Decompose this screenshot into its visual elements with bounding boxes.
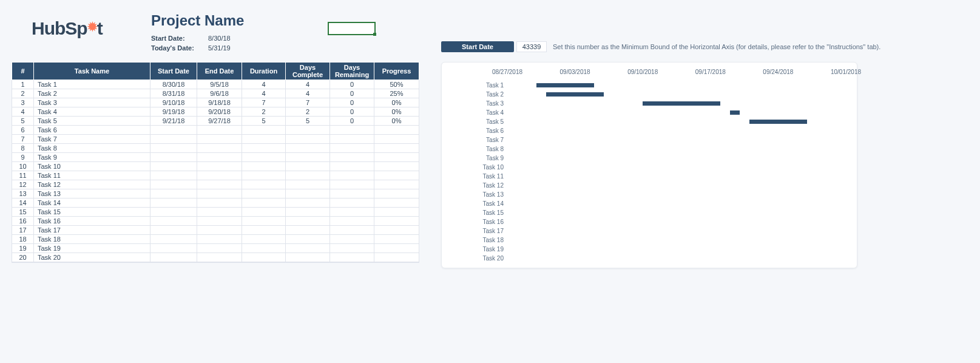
table-cell[interactable] (286, 217, 330, 226)
table-cell[interactable] (242, 244, 286, 253)
table-cell[interactable] (197, 253, 242, 262)
table-cell[interactable] (150, 208, 197, 217)
table-row[interactable]: 5Task 59/21/189/27/185500% (12, 117, 419, 126)
table-cell[interactable]: 7 (286, 98, 330, 107)
table-cell[interactable]: 16 (12, 217, 34, 226)
table-cell[interactable] (242, 162, 286, 171)
table-cell[interactable]: Task 6 (34, 126, 150, 135)
table-cell[interactable] (197, 217, 242, 226)
table-cell[interactable]: 8/30/18 (150, 80, 197, 89)
table-cell[interactable]: 4 (286, 80, 330, 89)
table-cell[interactable]: Task 12 (34, 180, 150, 189)
table-row[interactable]: 3Task 39/10/189/18/187700% (12, 98, 419, 107)
table-cell[interactable]: Task 3 (34, 98, 150, 107)
table-cell[interactable] (286, 135, 330, 144)
table-cell[interactable]: 0 (330, 80, 374, 89)
table-cell[interactable] (374, 253, 419, 262)
table-row[interactable]: 16Task 16 (12, 217, 419, 226)
table-cell[interactable] (242, 144, 286, 153)
table-cell[interactable] (330, 217, 374, 226)
table-cell[interactable] (374, 217, 419, 226)
table-cell[interactable] (330, 180, 374, 189)
table-cell[interactable] (242, 208, 286, 217)
table-cell[interactable]: 2 (12, 89, 34, 98)
table-cell[interactable]: Task 7 (34, 135, 150, 144)
table-cell[interactable] (197, 208, 242, 217)
table-cell[interactable]: Task 17 (34, 226, 150, 235)
table-cell[interactable]: 0 (330, 89, 374, 98)
table-cell[interactable]: Task 18 (34, 235, 150, 244)
table-cell[interactable]: 0% (374, 107, 419, 117)
table-cell[interactable]: 9/20/18 (197, 107, 242, 117)
table-row[interactable]: 4Task 49/19/189/20/182200% (12, 107, 419, 117)
table-cell[interactable] (330, 198, 374, 208)
table-cell[interactable] (242, 226, 286, 235)
table-cell[interactable]: 9/21/18 (150, 117, 197, 126)
table-cell[interactable] (242, 135, 286, 144)
table-cell[interactable]: 0% (374, 117, 419, 126)
table-cell[interactable] (150, 244, 197, 253)
table-cell[interactable]: Task 8 (34, 144, 150, 153)
table-cell[interactable] (330, 162, 374, 171)
table-row[interactable]: 11Task 11 (12, 171, 419, 180)
table-cell[interactable]: 8/31/18 (150, 89, 197, 98)
table-cell[interactable] (330, 226, 374, 235)
table-cell[interactable] (150, 162, 197, 171)
table-cell[interactable] (150, 253, 197, 262)
table-cell[interactable] (197, 153, 242, 162)
table-cell[interactable]: 9/18/18 (197, 98, 242, 107)
table-cell[interactable]: 7 (242, 98, 286, 107)
table-cell[interactable]: 17 (12, 226, 34, 235)
table-cell[interactable] (374, 189, 419, 198)
table-cell[interactable] (242, 153, 286, 162)
table-cell[interactable] (374, 180, 419, 189)
selected-cell[interactable] (328, 22, 376, 35)
table-cell[interactable]: 4 (286, 89, 330, 98)
table-cell[interactable] (197, 126, 242, 135)
table-cell[interactable] (242, 189, 286, 198)
table-cell[interactable]: 5 (242, 117, 286, 126)
table-cell[interactable] (286, 153, 330, 162)
table-cell[interactable] (286, 162, 330, 171)
table-cell[interactable]: 5 (286, 117, 330, 126)
table-cell[interactable] (286, 208, 330, 217)
table-cell[interactable]: Task 5 (34, 117, 150, 126)
table-cell[interactable] (286, 253, 330, 262)
table-cell[interactable]: Task 13 (34, 189, 150, 198)
table-row[interactable]: 8Task 8 (12, 144, 419, 153)
table-cell[interactable]: 9/19/18 (150, 107, 197, 117)
table-cell[interactable] (286, 235, 330, 244)
table-cell[interactable] (197, 171, 242, 180)
table-cell[interactable] (286, 180, 330, 189)
table-cell[interactable]: 2 (286, 107, 330, 117)
table-cell[interactable] (374, 171, 419, 180)
table-cell[interactable] (374, 135, 419, 144)
table-cell[interactable] (197, 135, 242, 144)
table-cell[interactable] (286, 198, 330, 208)
table-cell[interactable]: 1 (12, 80, 34, 89)
table-row[interactable]: 17Task 17 (12, 226, 419, 235)
axis-bound-value[interactable]: 43339 (516, 41, 547, 52)
table-cell[interactable] (150, 171, 197, 180)
table-cell[interactable] (242, 126, 286, 135)
table-cell[interactable]: Task 11 (34, 171, 150, 180)
table-cell[interactable] (197, 198, 242, 208)
table-cell[interactable]: 0 (330, 117, 374, 126)
table-cell[interactable]: 6 (12, 126, 34, 135)
table-row[interactable]: 19Task 19 (12, 244, 419, 253)
table-cell[interactable] (242, 171, 286, 180)
table-cell[interactable] (286, 144, 330, 153)
table-cell[interactable] (286, 171, 330, 180)
table-cell[interactable] (150, 198, 197, 208)
task-table[interactable]: # Task Name Start Date End Date Duration… (12, 62, 419, 263)
task-table-body[interactable]: 1Task 18/30/189/5/1844050%2Task 28/31/18… (12, 80, 419, 262)
table-cell[interactable]: 0 (330, 107, 374, 117)
table-cell[interactable] (150, 144, 197, 153)
table-cell[interactable] (330, 135, 374, 144)
table-cell[interactable] (374, 226, 419, 235)
table-cell[interactable] (197, 244, 242, 253)
table-cell[interactable]: 7 (12, 135, 34, 144)
table-cell[interactable] (374, 198, 419, 208)
table-cell[interactable] (330, 144, 374, 153)
table-row[interactable]: 7Task 7 (12, 135, 419, 144)
